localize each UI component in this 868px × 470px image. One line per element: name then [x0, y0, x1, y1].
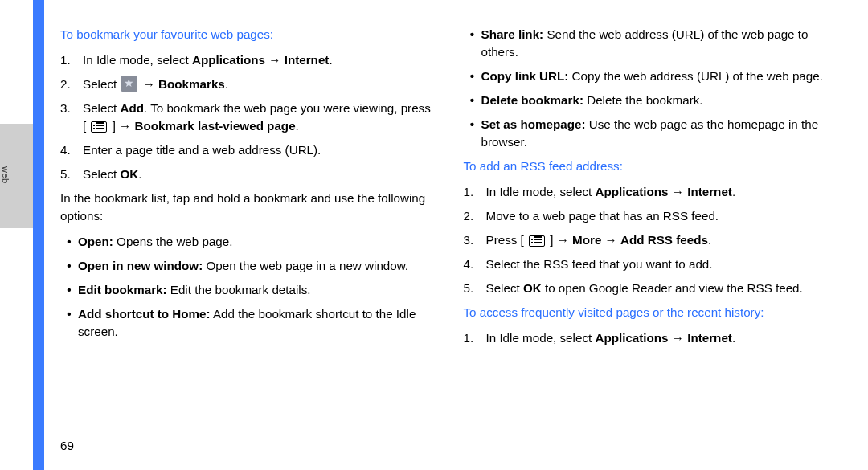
- bookmark-icon: [121, 76, 137, 92]
- bold: Open:: [78, 235, 113, 248]
- step-text: Enter a page title and a web address (UR…: [83, 141, 433, 159]
- text: .: [732, 331, 735, 345]
- list-item: 2. Select → Bookmarks.: [60, 76, 433, 93]
- option-text: Copy link URL: Copy the web address (URL…: [481, 67, 837, 85]
- heading-bookmark: To bookmark your favourite web pages:: [60, 26, 433, 43]
- list-item: 1. In Idle mode, select Applications → I…: [60, 51, 433, 69]
- text: Copy the web address (URL) of the web pa…: [568, 69, 823, 83]
- heading-rss: To add an RSS feed address:: [464, 157, 837, 175]
- bold: Edit bookmark:: [78, 283, 167, 296]
- bold: OK: [120, 167, 138, 181]
- bold: More: [572, 233, 601, 247]
- step-number: 4.: [60, 141, 83, 159]
- step-number: 1.: [464, 183, 486, 201]
- text: →: [669, 331, 688, 345]
- options-bookmark: •Open: Opens the web page. •Open in new …: [60, 233, 433, 341]
- text: In Idle mode, select: [486, 331, 596, 345]
- heading-history: To access frequently visited pages or th…: [464, 304, 837, 321]
- bullet: •: [464, 116, 481, 151]
- list-item: •Share link: Send the web address (URL) …: [464, 26, 837, 61]
- side-label: web: [1, 166, 10, 184]
- bold: Open in new window:: [78, 259, 203, 272]
- bold: Add: [120, 101, 144, 115]
- bullet: •: [464, 67, 481, 85]
- list-item: •Delete bookmark: Delete the bookmark.: [464, 92, 837, 109]
- step-number: 2.: [464, 207, 486, 225]
- step-number: 4.: [464, 255, 486, 273]
- text: ] →: [547, 233, 572, 247]
- bold: Bookmarks: [158, 77, 225, 91]
- bullet: •: [60, 257, 78, 275]
- text: →: [669, 185, 688, 198]
- list-item: •Edit bookmark: Edit the bookmark detail…: [60, 281, 433, 299]
- page-number: 69: [60, 439, 74, 452]
- bold: Copy link URL:: [481, 69, 569, 83]
- option-text: Open: Opens the web page.: [78, 233, 433, 251]
- step-text: In Idle mode, select Applications → Inte…: [83, 51, 433, 69]
- bold: Bookmark last-viewed page: [135, 119, 296, 133]
- bold: Set as homepage:: [481, 117, 586, 131]
- step-number: 1.: [464, 329, 486, 347]
- text: .: [732, 185, 735, 198]
- text: →: [265, 53, 285, 67]
- step-text: Select OK.: [83, 166, 433, 183]
- list-item: 1.In Idle mode, select Applications → In…: [464, 329, 837, 347]
- step-text: Select Add. To bookmark the web page you…: [83, 100, 433, 135]
- side-accent: [33, 0, 44, 470]
- option-text: Delete bookmark: Delete the bookmark.: [481, 92, 837, 109]
- option-text: Open in new window: Open the web page in…: [78, 257, 433, 275]
- left-column: To bookmark your favourite web pages: 1.…: [60, 26, 433, 451]
- right-column: •Share link: Send the web address (URL) …: [464, 26, 837, 451]
- step-text: In Idle mode, select Applications → Inte…: [486, 329, 837, 347]
- option-text: Share link: Send the web address (URL) o…: [481, 26, 837, 61]
- text: Select: [486, 281, 523, 295]
- steps-history: 1.In Idle mode, select Applications → In…: [464, 329, 837, 347]
- bold: Applications: [595, 331, 668, 345]
- step-text: Select → Bookmarks.: [83, 76, 433, 93]
- step-text: Move to a web page that has an RSS feed.: [486, 207, 837, 225]
- steps-bookmark: 1. In Idle mode, select Applications → I…: [60, 51, 433, 183]
- text: In Idle mode, select: [83, 53, 192, 67]
- step-number: 5.: [464, 280, 486, 297]
- text: Open the web page in a new window.: [203, 259, 408, 272]
- bullet: •: [60, 305, 78, 341]
- list-item: •Set as homepage: Use the web page as th…: [464, 116, 837, 151]
- step-number: 3.: [464, 231, 486, 249]
- bullet: •: [60, 281, 78, 299]
- text: Edit the bookmark details.: [167, 283, 311, 296]
- menu-icon: [529, 235, 545, 247]
- step-text: In Idle mode, select Applications → Inte…: [486, 183, 837, 201]
- step-text: Press [ ] → More → Add RSS feeds.: [486, 231, 837, 249]
- option-text: Edit bookmark: Edit the bookmark details…: [78, 281, 433, 299]
- text: Select: [83, 101, 120, 115]
- bold: Internet: [687, 185, 732, 198]
- text: .: [296, 119, 299, 133]
- text: Delete the bookmark.: [583, 93, 703, 107]
- bold: Delete bookmark:: [481, 93, 583, 107]
- text: →: [601, 233, 620, 247]
- options-bookmark-cont: •Share link: Send the web address (URL) …: [464, 26, 837, 151]
- page: web To bookmark your favourite web pages…: [0, 0, 868, 470]
- paragraph: In the bookmark list, tap and hold a boo…: [60, 190, 433, 225]
- step-number: 3.: [60, 100, 83, 135]
- text: ] →: [108, 119, 134, 133]
- bold: Internet: [687, 331, 732, 345]
- text: .: [329, 53, 332, 67]
- bold: Add shortcut to Home:: [78, 307, 211, 321]
- text: Select: [83, 77, 120, 91]
- list-item: 4. Enter a page title and a web address …: [60, 141, 433, 159]
- bullet: •: [464, 26, 481, 61]
- bold: Share link:: [481, 27, 544, 41]
- text: .: [138, 167, 141, 181]
- bold: Add RSS feeds: [620, 233, 708, 247]
- bold: Applications: [192, 53, 265, 67]
- bold: Internet: [285, 53, 330, 67]
- bullet: •: [60, 233, 78, 251]
- text: .: [225, 77, 228, 91]
- list-item: 3. Select Add. To bookmark the web page …: [60, 100, 433, 135]
- text: .: [708, 233, 711, 247]
- list-item: 2.Move to a web page that has an RSS fee…: [464, 207, 837, 225]
- step-text: Select the RSS feed that you want to add…: [486, 255, 837, 273]
- bold: OK: [523, 281, 542, 295]
- list-item: 1.In Idle mode, select Applications → In…: [464, 183, 837, 201]
